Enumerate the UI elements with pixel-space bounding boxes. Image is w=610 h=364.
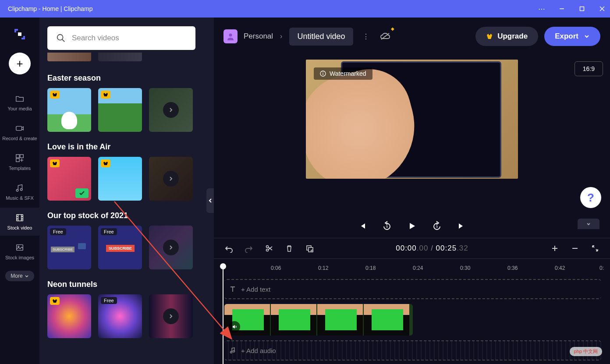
upgrade-label: Upgrade xyxy=(497,32,528,41)
add-text-label: + Add text xyxy=(241,286,270,293)
time-total-frac: .32 xyxy=(457,244,468,252)
sidebar-item-music[interactable]: Music & SFX xyxy=(0,178,39,206)
premium-badge-icon xyxy=(101,159,110,167)
sidebar-item-stock-images[interactable]: Stock images xyxy=(0,237,39,265)
duplicate-button[interactable] xyxy=(305,244,314,253)
sidebar-item-stock-video[interactable]: Stock video xyxy=(0,208,39,236)
skip-start-button[interactable] xyxy=(358,222,367,230)
aspect-ratio-button[interactable]: 16:9 xyxy=(575,61,603,76)
window-title: Clipchamp - Home | Clipchamp xyxy=(4,5,92,12)
export-button[interactable]: Export xyxy=(544,27,600,46)
free-badge: Free xyxy=(50,228,66,235)
cloud-off-icon xyxy=(379,32,391,41)
zoom-in-button[interactable] xyxy=(550,244,559,253)
stock-thumb-more[interactable] xyxy=(149,157,193,201)
section-top-stock: Our top stock of 2021 Free SUBSCRIBE Fre… xyxy=(47,211,206,269)
kebab-menu-button[interactable]: ⋮ xyxy=(359,30,372,43)
clip-audio-button[interactable] xyxy=(229,321,240,332)
forward-5-button[interactable]: 5 xyxy=(432,221,442,231)
cloud-sync-button[interactable]: ◆ xyxy=(379,30,392,43)
sidebar-label: Stock images xyxy=(5,255,34,260)
chevron-right-icon xyxy=(163,308,179,324)
chevron-down-icon xyxy=(584,33,590,39)
skip-end-button[interactable] xyxy=(457,222,466,230)
sidebar-label: Record & create xyxy=(2,136,37,141)
zoom-fit-button[interactable] xyxy=(591,244,599,253)
section-title: Neon tunnels xyxy=(47,280,206,289)
stock-thumb-more[interactable] xyxy=(149,294,193,338)
watermark-badge: Watermarked xyxy=(314,67,372,80)
window-controls: ⋯ xyxy=(538,5,606,12)
stock-thumb[interactable] xyxy=(98,88,142,132)
music-note-icon xyxy=(229,346,237,354)
zoom-out-button[interactable] xyxy=(571,244,579,253)
app-logo xyxy=(11,25,28,43)
person-icon xyxy=(226,32,235,41)
timeline-ruler[interactable]: 0:06 0:12 0:18 0:24 0:30 0:36 0:42 0: xyxy=(214,262,610,276)
search-box[interactable] xyxy=(47,26,195,50)
free-badge: Free xyxy=(101,228,117,235)
audio-track[interactable]: + Add audio xyxy=(224,340,601,360)
svg-rect-4 xyxy=(16,126,22,130)
video-clip[interactable] xyxy=(224,304,413,336)
video-track[interactable] xyxy=(224,303,610,337)
stock-thumb[interactable] xyxy=(98,157,142,201)
stock-thumb-more[interactable] xyxy=(149,226,193,269)
svg-rect-6 xyxy=(20,155,23,158)
stock-thumb[interactable] xyxy=(47,157,91,201)
text-track[interactable]: + Add text xyxy=(224,279,601,299)
info-icon xyxy=(320,71,326,77)
redo-button[interactable] xyxy=(245,244,253,253)
free-badge: Free xyxy=(101,297,117,304)
video-preview[interactable]: Watermarked xyxy=(306,60,518,179)
playback-controls: 5 5 xyxy=(214,214,610,238)
svg-rect-10 xyxy=(17,215,23,221)
more-button[interactable]: More xyxy=(5,271,34,281)
premium-badge-icon xyxy=(50,297,60,305)
add-button[interactable]: + xyxy=(9,53,31,74)
search-input[interactable] xyxy=(72,34,187,42)
rewind-5-button[interactable]: 5 xyxy=(382,221,392,231)
play-button[interactable] xyxy=(407,221,417,231)
maximize-button[interactable] xyxy=(578,5,585,12)
sidebar-item-templates[interactable]: Templates xyxy=(0,148,39,176)
ruler-tick: 0:12 xyxy=(318,265,328,271)
speaker-icon xyxy=(231,324,238,330)
undo-button[interactable] xyxy=(224,244,233,253)
timeline[interactable]: 0:06 0:12 0:18 0:24 0:30 0:36 0:42 0: + … xyxy=(214,259,610,364)
expand-timeline-button[interactable] xyxy=(578,219,599,229)
panel-collapse-button[interactable] xyxy=(206,188,214,213)
more-dots-icon[interactable]: ⋯ xyxy=(538,5,545,12)
svg-text:5: 5 xyxy=(386,225,388,229)
export-label: Export xyxy=(555,32,578,41)
section-neon: Neon tunnels Free xyxy=(47,280,206,338)
preview-area: Watermarked 16:9 ? xyxy=(214,55,610,214)
svg-point-19 xyxy=(57,35,63,40)
sidebar-label: Stock video xyxy=(7,225,32,230)
stock-thumb-more[interactable] xyxy=(149,88,193,132)
svg-text:5: 5 xyxy=(436,225,438,229)
sidebar-item-record[interactable]: Record & create xyxy=(0,118,39,146)
stock-thumb[interactable] xyxy=(47,294,91,338)
workspace-avatar[interactable] xyxy=(223,29,238,43)
split-button[interactable] xyxy=(265,244,273,253)
close-button[interactable] xyxy=(599,5,606,12)
minimize-button[interactable] xyxy=(558,5,565,12)
time-total: 00:25 xyxy=(436,244,457,252)
upgrade-button[interactable]: Upgrade xyxy=(475,27,538,46)
workspace-name[interactable]: Personal xyxy=(244,32,273,41)
section-title: Our top stock of 2021 xyxy=(47,211,206,220)
delete-button[interactable] xyxy=(285,244,294,253)
chevron-left-icon xyxy=(208,198,213,203)
playhead[interactable] xyxy=(220,263,226,269)
svg-point-9 xyxy=(20,188,22,191)
help-button[interactable]: ? xyxy=(580,187,601,208)
stock-thumb[interactable]: Free SUBSCRIBE xyxy=(47,226,91,269)
sidebar-item-your-media[interactable]: Your media xyxy=(0,88,39,117)
stock-thumb[interactable]: Free xyxy=(98,294,142,338)
timeline-toolbar: 00:00.00 / 00:25.32 xyxy=(214,238,610,259)
stock-thumb[interactable]: Free SUBSCRIBE xyxy=(98,226,142,269)
project-title[interactable]: Untitled video xyxy=(289,28,353,46)
stock-thumb[interactable] xyxy=(47,88,91,132)
ruler-tick: 0:30 xyxy=(460,265,470,271)
